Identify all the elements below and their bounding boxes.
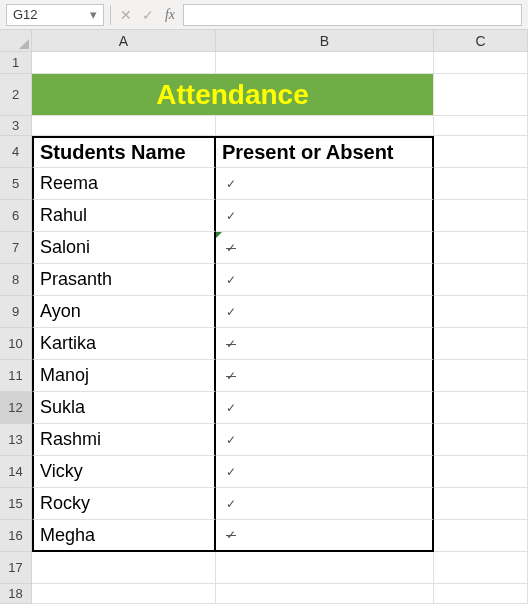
- status-cell[interactable]: ✓: [216, 392, 434, 424]
- select-all-triangle[interactable]: [0, 30, 32, 52]
- present-mark-icon: ✓: [222, 401, 236, 415]
- cell[interactable]: [434, 116, 528, 136]
- cell[interactable]: [32, 52, 216, 74]
- present-mark-icon: ✓: [222, 273, 236, 287]
- cell[interactable]: [434, 488, 528, 520]
- cell[interactable]: [434, 168, 528, 200]
- row-header[interactable]: 1: [0, 52, 32, 74]
- col-header-B[interactable]: B: [216, 30, 434, 52]
- status-cell[interactable]: ✓: [216, 360, 434, 392]
- formula-input[interactable]: [183, 4, 522, 26]
- present-mark-icon: ✓: [222, 305, 236, 319]
- status-cell[interactable]: ✓: [216, 200, 434, 232]
- fx-icon[interactable]: fx: [161, 7, 179, 23]
- student-name-cell[interactable]: Rahul: [32, 200, 216, 232]
- cell[interactable]: [434, 232, 528, 264]
- cell[interactable]: [32, 584, 216, 604]
- cell[interactable]: [434, 584, 528, 604]
- title-cell[interactable]: Attendance: [32, 74, 434, 116]
- present-mark-icon: ✓: [222, 433, 236, 447]
- student-name-cell[interactable]: Rashmi: [32, 424, 216, 456]
- cell[interactable]: [434, 200, 528, 232]
- col-header-C[interactable]: C: [434, 30, 528, 52]
- cell[interactable]: [434, 456, 528, 488]
- cell[interactable]: [434, 74, 528, 116]
- header-students[interactable]: Students Name: [32, 136, 216, 168]
- cell[interactable]: [216, 116, 434, 136]
- row-header[interactable]: 7: [0, 232, 32, 264]
- absent-mark-icon: ✓: [222, 337, 236, 351]
- student-name-cell[interactable]: Ayon: [32, 296, 216, 328]
- status-cell[interactable]: ✓: [216, 296, 434, 328]
- absent-mark-icon: ✓: [222, 241, 236, 255]
- status-cell[interactable]: ✓: [216, 264, 434, 296]
- status-cell[interactable]: ✓: [216, 168, 434, 200]
- row-header[interactable]: 12: [0, 392, 32, 424]
- cell[interactable]: [216, 584, 434, 604]
- col-header-A[interactable]: A: [32, 30, 216, 52]
- row-header[interactable]: 14: [0, 456, 32, 488]
- cancel-icon[interactable]: ✕: [117, 7, 135, 23]
- row-header[interactable]: 18: [0, 584, 32, 604]
- cell[interactable]: [434, 52, 528, 74]
- row-header[interactable]: 15: [0, 488, 32, 520]
- row-header[interactable]: 6: [0, 200, 32, 232]
- name-box[interactable]: G12 ▾: [6, 4, 104, 26]
- cell[interactable]: [434, 520, 528, 552]
- status-cell[interactable]: ✓: [216, 232, 434, 264]
- absent-mark-icon: ✓: [222, 369, 236, 383]
- row-header[interactable]: 17: [0, 552, 32, 584]
- row-header[interactable]: 3: [0, 116, 32, 136]
- student-name-cell[interactable]: Rocky: [32, 488, 216, 520]
- row-header[interactable]: 2: [0, 74, 32, 116]
- cell[interactable]: [434, 328, 528, 360]
- divider: [110, 5, 111, 25]
- header-status[interactable]: Present or Absent: [216, 136, 434, 168]
- cell[interactable]: [434, 360, 528, 392]
- row-header[interactable]: 9: [0, 296, 32, 328]
- cell[interactable]: [434, 424, 528, 456]
- cell[interactable]: [434, 136, 528, 168]
- present-mark-icon: ✓: [222, 209, 236, 223]
- cell[interactable]: [216, 52, 434, 74]
- present-mark-icon: ✓: [222, 177, 236, 191]
- student-name-cell[interactable]: Manoj: [32, 360, 216, 392]
- student-name-cell[interactable]: Sukla: [32, 392, 216, 424]
- row-header[interactable]: 13: [0, 424, 32, 456]
- status-cell[interactable]: ✓: [216, 456, 434, 488]
- status-cell[interactable]: ✓: [216, 424, 434, 456]
- cell[interactable]: [434, 552, 528, 584]
- student-name-cell[interactable]: Prasanth: [32, 264, 216, 296]
- row-header[interactable]: 8: [0, 264, 32, 296]
- row-header[interactable]: 11: [0, 360, 32, 392]
- student-name-cell[interactable]: Vicky: [32, 456, 216, 488]
- name-box-value: G12: [13, 7, 38, 22]
- confirm-icon[interactable]: ✓: [139, 7, 157, 23]
- cell[interactable]: [434, 296, 528, 328]
- formula-bar: G12 ▾ ✕ ✓ fx: [0, 0, 528, 30]
- spreadsheet-grid: A B C 1 2 Attendance 3 4 Students Name P…: [0, 30, 528, 604]
- status-cell[interactable]: ✓: [216, 488, 434, 520]
- row-header[interactable]: 16: [0, 520, 32, 552]
- student-name-cell[interactable]: Kartika: [32, 328, 216, 360]
- student-name-cell[interactable]: Reema: [32, 168, 216, 200]
- cell[interactable]: [216, 552, 434, 584]
- cell[interactable]: [32, 116, 216, 136]
- row-header[interactable]: 10: [0, 328, 32, 360]
- present-mark-icon: ✓: [222, 497, 236, 511]
- status-cell[interactable]: ✓: [216, 520, 434, 552]
- row-header[interactable]: 4: [0, 136, 32, 168]
- cell[interactable]: [434, 392, 528, 424]
- chevron-down-icon[interactable]: ▾: [90, 7, 97, 22]
- cell[interactable]: [32, 552, 216, 584]
- cell[interactable]: [434, 264, 528, 296]
- absent-mark-icon: ✓: [222, 528, 236, 542]
- status-cell[interactable]: ✓: [216, 328, 434, 360]
- present-mark-icon: ✓: [222, 465, 236, 479]
- student-name-cell[interactable]: Megha: [32, 520, 216, 552]
- student-name-cell[interactable]: Saloni: [32, 232, 216, 264]
- row-header[interactable]: 5: [0, 168, 32, 200]
